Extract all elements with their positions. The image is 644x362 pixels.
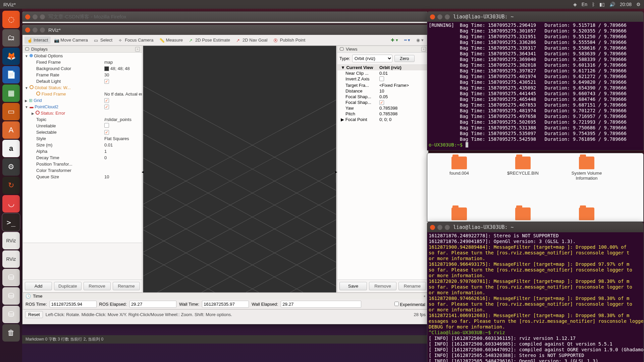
sound-icon[interactable]: 🔊	[609, 2, 615, 7]
launcher-drive-1[interactable]: ⛁	[2, 269, 20, 286]
focus-camera-button[interactable]: ✧Focus Camera	[116, 37, 156, 44]
select-button[interactable]: ▭Select	[91, 37, 115, 44]
reset-button[interactable]: Reset	[25, 311, 43, 318]
firefox-window[interactable]: 写文章-CSDN博客 - Mozilla Firefox	[22, 11, 428, 23]
launcher-dash[interactable]: ◌	[2, 11, 20, 28]
close-icon[interactable]	[25, 27, 30, 33]
launcher-files[interactable]: 🗂	[2, 29, 20, 47]
checkbox[interactable]	[379, 76, 384, 81]
maximize-icon[interactable]	[445, 225, 450, 230]
remove-button[interactable]: Remove	[369, 282, 396, 290]
folder-item[interactable]: 学习资料	[504, 207, 541, 222]
folder-item[interactable]: $RECYCLE.BIN	[504, 157, 541, 181]
launcher-writer[interactable]: 📄	[2, 66, 20, 83]
launcher-calc[interactable]: ▦	[2, 84, 20, 102]
minimize-icon[interactable]	[33, 14, 38, 19]
plus-tool[interactable]: ✚ ▾	[388, 37, 401, 44]
close-icon[interactable]	[430, 14, 435, 19]
ros-elapsed-input[interactable]	[129, 301, 176, 308]
measure-button[interactable]: 📏Measure	[157, 37, 185, 44]
launcher-amazon[interactable]: a	[2, 140, 20, 157]
files-window[interactable]: found.004$RECYCLE.BINSystem Volume Infor…	[427, 153, 644, 222]
launcher-pdf[interactable]: ◡	[2, 195, 20, 213]
nav-goal-button[interactable]: ↗2D Nav Goal	[233, 37, 270, 44]
publish-point-button[interactable]: ⦿Publish Point	[271, 37, 308, 44]
bluetooth-icon[interactable]: ᛒ	[592, 2, 595, 7]
clock[interactable]: 20:08	[620, 2, 632, 7]
panel-close-icon[interactable]: ▫	[135, 47, 140, 52]
wifi-icon[interactable]: ◈	[573, 2, 577, 7]
battery-icon[interactable]: ▮▯	[599, 2, 605, 7]
ros-time-input[interactable]	[50, 301, 97, 308]
launcher-rviz-2[interactable]: RViz	[2, 250, 20, 268]
splitter-right[interactable]: ▸	[335, 169, 338, 183]
term-top-body[interactable]: [RUNNING] Bag Time: 1587095275.296419 Du…	[427, 22, 643, 148]
folder-item[interactable]: found.004	[441, 157, 478, 181]
rename-button[interactable]: Rename	[113, 282, 140, 290]
checkbox[interactable]	[104, 105, 109, 109]
view-tool[interactable]: ◉ ▾	[414, 37, 426, 44]
displays-tree[interactable]: ▼ Global Options Fixed Framemap Backgrou…	[23, 53, 142, 243]
folder-icon	[579, 207, 594, 220]
maximize-icon[interactable]	[40, 27, 45, 33]
wall-elapsed-input[interactable]	[281, 301, 361, 308]
color-swatch[interactable]	[104, 66, 109, 71]
folder-item[interactable]: 系统+软件安装包	[568, 207, 605, 222]
view-type-select[interactable]: Orbit (rviz)	[352, 55, 392, 62]
splitter-left[interactable]: ◂	[142, 169, 144, 183]
launcher-firefox[interactable]: 🦊	[2, 48, 20, 65]
launcher-trash[interactable]: 🗑	[2, 324, 20, 342]
duplicate-button[interactable]: Duplicate	[54, 282, 81, 290]
ruler-icon: 📏	[159, 38, 164, 43]
minimize-icon[interactable]	[33, 27, 38, 33]
minus-tool[interactable]: ━ ▾	[401, 37, 413, 44]
interact-button[interactable]: ☝Interact	[24, 37, 51, 44]
checkbox[interactable]	[104, 123, 109, 128]
viewport-3d[interactable]: ◂ ▸	[143, 46, 336, 293]
folder-icon	[451, 157, 467, 169]
svg-line-3	[143, 162, 336, 292]
maximize-icon[interactable]	[40, 14, 45, 19]
svg-line-12	[143, 66, 336, 224]
experimental-checkbox[interactable]	[394, 302, 399, 306]
terminal-bottom[interactable]: liao@liao-UX303UB: ~ 1612871876.24892277…	[427, 222, 644, 362]
launcher-software[interactable]: A	[2, 121, 20, 139]
move-camera-button[interactable]: 📷Move Camera	[51, 37, 91, 44]
zero-button[interactable]: Zero	[394, 55, 415, 62]
close-icon[interactable]	[430, 225, 435, 230]
close-icon[interactable]	[25, 14, 30, 19]
rviz-toolbar: ☝Interact 📷Move Camera ▭Select ✧Focus Ca…	[22, 35, 428, 46]
launcher-drive-3[interactable]: ⛁	[2, 306, 20, 323]
save-button[interactable]: Save	[339, 282, 367, 290]
remove-button[interactable]: Remove	[84, 282, 111, 290]
wall-time-input[interactable]	[202, 301, 249, 308]
terminal-top[interactable]: liao@liao-UX303UB: ~ [RUNNING] Bag Time:…	[427, 11, 644, 150]
lang-indicator[interactable]: En	[582, 2, 587, 7]
checkbox[interactable]	[104, 79, 109, 84]
views-tree[interactable]: ▼ Current ViewOrbit (rviz) Near Clip ...…	[337, 65, 428, 280]
checkbox[interactable]	[104, 98, 109, 103]
launcher-updater[interactable]: ↻	[2, 177, 20, 194]
svg-line-2	[143, 138, 336, 292]
rviz-title: RViz*	[48, 27, 61, 33]
launcher-rviz[interactable]: RViz	[2, 232, 20, 249]
folder-item[interactable]: System Volume Information	[568, 157, 605, 181]
minimize-icon[interactable]	[437, 225, 442, 230]
launcher-impress[interactable]: ▭	[2, 103, 20, 120]
term-bot-body[interactable]: 1612871876.248922778]: Stereo is NOT SUP…	[427, 232, 643, 362]
folder-item[interactable]: 主机原有资料	[441, 207, 478, 222]
rename-button[interactable]: Rename	[398, 282, 426, 290]
launcher-terminal[interactable]: >_	[2, 214, 20, 231]
checkbox[interactable]	[379, 100, 384, 105]
svg-line-10	[143, 138, 336, 292]
launcher-settings[interactable]: ⚙	[2, 158, 20, 176]
add-button[interactable]: Add	[25, 282, 52, 290]
launcher-drive-2[interactable]: ⛁	[2, 287, 20, 305]
minimize-icon[interactable]	[437, 14, 442, 19]
panel-close-icon[interactable]: ▫	[421, 47, 426, 52]
gear-icon[interactable]: ⚙	[636, 2, 641, 7]
panel-close-icon[interactable]: ▫	[424, 294, 425, 299]
maximize-icon[interactable]	[445, 14, 450, 19]
pose-estimate-button[interactable]: ↗2D Pose Estimate	[186, 37, 233, 44]
checkbox[interactable]	[104, 130, 109, 135]
